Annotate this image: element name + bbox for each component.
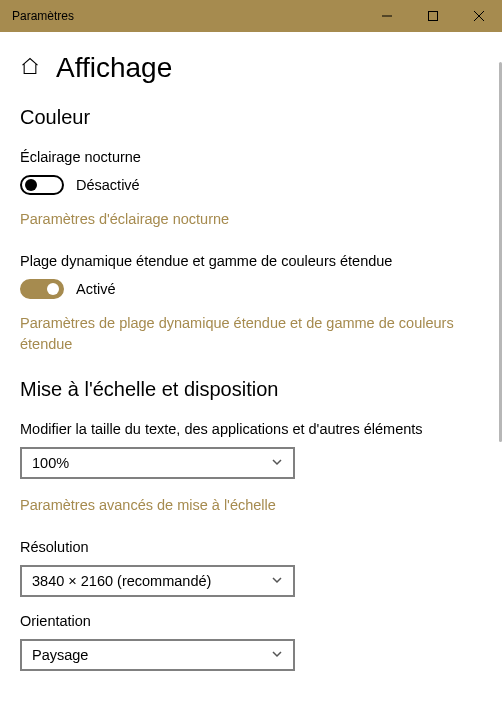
hdr-settings-link[interactable]: Paramètres de plage dynamique étendue et… <box>20 313 482 354</box>
chevron-down-icon <box>271 573 283 589</box>
section-scale-title: Mise à l'échelle et disposition <box>20 378 482 401</box>
titlebar-title: Paramètres <box>0 9 364 23</box>
hdr-state: Activé <box>76 281 116 297</box>
scaling-advanced-link[interactable]: Paramètres avancés de mise à l'échelle <box>20 495 482 515</box>
orientation-label: Orientation <box>20 613 482 629</box>
section-color-title: Couleur <box>20 106 482 129</box>
resolution-value: 3840 × 2160 (recommandé) <box>32 573 211 589</box>
maximize-button[interactable] <box>410 0 456 32</box>
content-area: Affichage Couleur Éclairage nocturne Dés… <box>0 32 502 714</box>
page-header: Affichage <box>20 52 482 84</box>
svg-rect-1 <box>429 12 438 21</box>
minimize-button[interactable] <box>364 0 410 32</box>
resolution-dropdown[interactable]: 3840 × 2160 (recommandé) <box>20 565 295 597</box>
orientation-value: Paysage <box>32 647 88 663</box>
night-light-toggle[interactable] <box>20 175 64 195</box>
resolution-label: Résolution <box>20 539 482 555</box>
text-size-dropdown[interactable]: 100% <box>20 447 295 479</box>
chevron-down-icon <box>271 647 283 663</box>
night-light-settings-link[interactable]: Paramètres d'éclairage nocturne <box>20 209 482 229</box>
close-button[interactable] <box>456 0 502 32</box>
chevron-down-icon <box>271 455 283 471</box>
night-light-label: Éclairage nocturne <box>20 149 482 165</box>
hdr-toggle[interactable] <box>20 279 64 299</box>
home-icon[interactable] <box>20 56 40 80</box>
text-size-value: 100% <box>32 455 69 471</box>
orientation-dropdown[interactable]: Paysage <box>20 639 295 671</box>
page-title: Affichage <box>56 52 172 84</box>
night-light-state: Désactivé <box>76 177 140 193</box>
hdr-label: Plage dynamique étendue et gamme de coul… <box>20 253 482 269</box>
text-size-label: Modifier la taille du texte, des applica… <box>20 421 482 437</box>
titlebar: Paramètres <box>0 0 502 32</box>
